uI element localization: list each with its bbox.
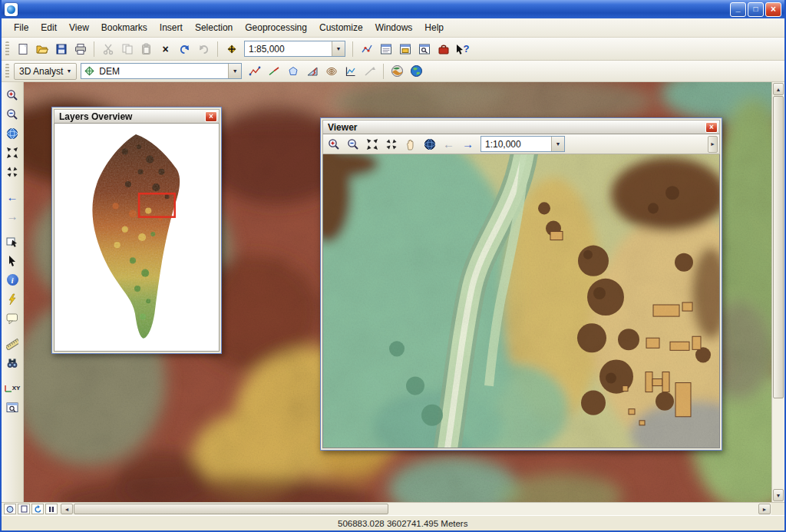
viewer-zoom-in-icon[interactable] [325, 135, 342, 153]
scroll-right-icon[interactable]: ► [758, 504, 771, 514]
map-scale-combo[interactable]: 1:85,000 ▼ [244, 41, 345, 57]
viewer-map[interactable] [322, 154, 720, 448]
chevron-down-icon[interactable]: ▼ [332, 41, 345, 56]
back-extent-icon[interactable]: ← [3, 188, 21, 206]
scroll-down-icon[interactable]: ▼ [773, 489, 784, 501]
viewer-full-extent-icon[interactable] [421, 135, 438, 153]
close-button[interactable]: × [765, 2, 781, 17]
steepest-path-icon[interactable] [303, 62, 321, 80]
layout-view-button[interactable] [18, 504, 30, 514]
whats-this-help-icon[interactable]: ? [454, 40, 471, 58]
close-icon[interactable]: × [705, 122, 718, 133]
menu-edit[interactable]: Edit [35, 20, 63, 35]
full-extent-icon[interactable] [3, 124, 21, 142]
contour-icon[interactable] [322, 62, 340, 80]
find-icon[interactable] [3, 354, 21, 372]
menu-customize[interactable]: Customize [313, 20, 369, 35]
viewer-titlebar[interactable]: Viewer × [322, 120, 720, 134]
viewer-forward-icon[interactable]: → [459, 135, 477, 153]
viewer-pan-icon[interactable] [401, 135, 419, 153]
measure-icon[interactable] [3, 335, 21, 352]
viewer-back-icon[interactable]: ← [440, 135, 457, 153]
interpolate-points-icon[interactable] [361, 62, 378, 80]
menu-view[interactable]: View [63, 20, 95, 35]
select-features-icon[interactable] [3, 233, 21, 250]
extent-indicator[interactable] [139, 193, 175, 216]
table-of-contents-icon[interactable] [377, 40, 395, 58]
scroll-up-icon[interactable]: ▲ [773, 83, 784, 95]
new-document-button[interactable] [14, 40, 31, 58]
viewer-fixed-zoom-out-icon[interactable] [382, 135, 400, 153]
save-button[interactable] [52, 40, 70, 58]
viewer-scale-combo[interactable]: 1:10,000 ▼ [481, 136, 565, 152]
analyst-dropdown-button[interactable]: 3D Analyst ▼ [14, 63, 77, 80]
viewer-fixed-zoom-in-icon[interactable] [363, 135, 381, 153]
horizontal-scrollbar[interactable]: ◄ ► [60, 503, 771, 515]
line-of-sight-icon[interactable] [265, 62, 282, 80]
zoom-in-icon[interactable] [3, 86, 21, 104]
separator [217, 41, 218, 57]
arcscene-icon[interactable] [388, 62, 406, 80]
chevron-down-icon[interactable]: ▼ [551, 137, 564, 151]
pause-drawing-button[interactable] [45, 504, 58, 514]
menu-file[interactable]: File [8, 20, 35, 35]
separator [94, 41, 94, 57]
go-to-xy-icon[interactable]: XY [3, 379, 21, 397]
viewer-window: Viewer × ← → 1:10,000 ▼ ► [320, 117, 722, 451]
add-data-button[interactable] [223, 40, 240, 58]
vertical-scrollbar[interactable]: ▲ ▼ [771, 82, 784, 502]
paste-icon[interactable] [137, 40, 155, 58]
maximize-button[interactable]: □ [748, 2, 764, 17]
title-bar[interactable]: _ □ × [2, 0, 784, 18]
menu-geoprocessing[interactable]: Geoprocessing [239, 20, 313, 35]
menu-bookmarks[interactable]: Bookmarks [95, 20, 154, 35]
select-elements-icon[interactable] [3, 252, 21, 269]
layers-overview-map[interactable] [54, 124, 220, 352]
layers-overview-titlebar[interactable]: Layers Overview × [54, 109, 220, 124]
vertical-scroll-thumb[interactable] [773, 96, 784, 398]
close-icon[interactable]: × [205, 111, 217, 122]
interpolate-polygon-icon[interactable] [284, 62, 302, 80]
toolbar-overflow-icon[interactable]: ► [708, 136, 718, 153]
separator [383, 64, 384, 79]
identify-icon[interactable]: i [3, 271, 21, 289]
editor-toolbar-icon[interactable] [358, 40, 375, 58]
delete-icon[interactable]: × [157, 40, 174, 58]
print-button[interactable] [71, 40, 89, 58]
map-area[interactable]: Layers Overview × [24, 82, 771, 502]
interpolate-line-icon[interactable] [246, 62, 263, 80]
search-icon[interactable] [415, 40, 433, 58]
zoom-out-icon[interactable] [3, 105, 21, 123]
scroll-left-icon[interactable]: ◄ [61, 504, 73, 514]
arcglobe-icon[interactable] [408, 62, 425, 80]
open-button[interactable] [33, 40, 51, 58]
refresh-view-button[interactable] [31, 504, 44, 514]
horizontal-scroll-thumb[interactable] [74, 504, 388, 514]
data-view-button[interactable] [4, 504, 16, 514]
html-popup-icon[interactable] [3, 309, 21, 327]
hyperlink-icon[interactable] [3, 290, 21, 308]
fixed-zoom-out-icon[interactable] [3, 163, 21, 180]
profile-graph-icon[interactable] [342, 62, 359, 80]
redo-icon[interactable] [195, 40, 213, 58]
toolbox-icon[interactable] [434, 40, 452, 58]
menu-insert[interactable]: Insert [154, 20, 189, 35]
cut-icon[interactable] [99, 40, 117, 58]
catalog-icon[interactable] [396, 40, 414, 58]
toolbar-grip[interactable] [5, 41, 9, 57]
menu-selection[interactable]: Selection [189, 20, 239, 35]
viewer-map-canvas[interactable] [323, 154, 719, 448]
menu-help[interactable]: Help [418, 20, 450, 35]
toolbar-grip[interactable] [5, 64, 9, 79]
copy-icon[interactable] [118, 40, 136, 58]
viewer-zoom-out-icon[interactable] [344, 135, 362, 153]
layer-combo[interactable]: DEM ▼ [81, 63, 242, 79]
fixed-zoom-in-icon[interactable] [3, 144, 21, 161]
minimize-button[interactable]: _ [730, 2, 746, 17]
undo-icon[interactable] [176, 40, 193, 58]
chevron-down-icon[interactable]: ▼ [228, 64, 241, 78]
forward-extent-icon[interactable]: → [3, 207, 21, 225]
menu-windows[interactable]: Windows [369, 20, 419, 35]
create-viewer-window-icon[interactable] [3, 398, 21, 416]
overview-map-canvas[interactable] [69, 128, 204, 346]
